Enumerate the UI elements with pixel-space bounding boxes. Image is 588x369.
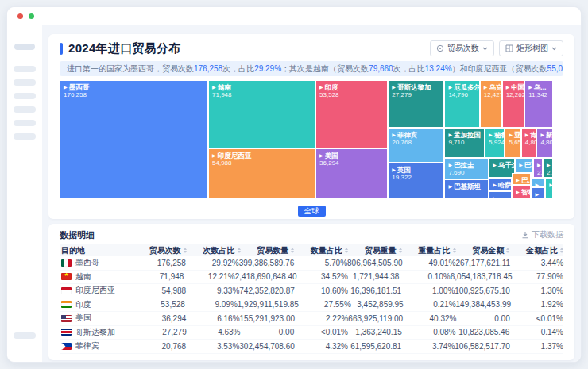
close-window-dot[interactable] [17,13,23,19]
destination-name: 菲律宾 [75,340,99,352]
treemap-cell-巴基斯坦[interactable]: ▶巴基斯坦 [444,179,489,200]
treemap-cell[interactable]: ▶ [531,187,545,199]
table-row-美国[interactable]: 美国36,2946.16%155,291,923.002.22%663,925,… [60,312,563,326]
sidebar-item[interactable] [14,93,36,99]
treemap-cell-乌干达[interactable]: ▶乌干达 [489,158,515,179]
table-value-cell: <0.01% [294,328,348,336]
summary-highlight-value: 29.29% [254,64,281,73]
treemap-cell-亚[interactable]: ▶亚5,650 [505,128,520,158]
treemap-cell-美国[interactable]: ▶美国36,294 [315,148,388,199]
treemap-cell-label: 乌... [534,83,547,91]
table-value-cell: 3,452,859.95 [351,300,404,309]
treemap-cell-菲律宾[interactable]: ▶菲律宾20,768 [388,128,444,163]
treemap-cell-乌克兰[interactable]: ▶乌克兰12,427 [480,80,502,128]
table-row-哥斯达黎加[interactable]: 哥斯达黎加27,2794.63%0.00<0.01%1,363,240.150.… [60,326,563,340]
column-header-贸易数量[interactable]: 贸易数量 [241,245,295,256]
treemap-cell-孟加拉国[interactable]: ▶孟加拉国9,710 [444,128,485,158]
sidebar-item[interactable] [14,133,36,140]
column-header-label: 重量占比 [419,245,451,256]
table-value-cell: 1.92% [511,300,563,309]
column-header-贸易次数[interactable]: 贸易次数 [133,245,187,256]
treemap-cell-巴...[interactable]: ▶巴... [512,173,531,185]
drilldown-arrow-icon: ▶ [528,85,532,90]
column-header-贸易金额[interactable]: 贸易金额 [456,245,510,256]
table-value-cell: 5.70% [294,259,347,267]
summary-plain-text: 次，占比 [222,64,254,73]
table-value-cell: 1.37% [510,342,563,351]
treemap-cell-越南[interactable]: ▶越南71,948 [208,80,315,148]
table-row-印度[interactable]: 印度53,5289.09%1,929,911,519.8527.55%3,452… [60,298,563,313]
table-value-cell: 34.52% [297,272,348,281]
country-flag-icon-vn [61,273,72,280]
chart-type-dropdown[interactable]: 矩形树图 [499,40,563,56]
table-value-cell: <0.01% [510,314,563,323]
table-value-cell: 0.14% [509,328,563,336]
drilldown-arrow-icon: ▶ [448,85,452,90]
treemap-cell[interactable]: ▶ [545,178,553,199]
treemap-cell-label: 厄瓜多尔 [454,83,480,91]
treemap-cell-南[interactable]: ▶南2,2 [543,158,553,179]
treemap-cell-value: 12,427 [484,91,498,99]
treemap-cell-label: 越南 [218,83,231,91]
treemap-cell-哥斯达黎加[interactable]: ▶哥斯达黎加27,279 [388,80,444,128]
treemap-cell-肯[interactable]: ▶肯4,806 [521,128,537,158]
treemap-cell-印度尼西亚[interactable]: ▶印度尼西亚54,988 [208,148,315,199]
treemap-cell-哈萨...[interactable]: ▶哈萨... [489,178,512,191]
treemap-cell-value: 27,279 [392,91,440,99]
treemap-cell-巴西[interactable]: ▶巴西 [515,158,533,174]
treemap-cell[interactable]: ▶ [531,178,545,187]
destination-name: 印度尼西亚 [75,285,115,296]
column-header-重量占比[interactable]: 重量占比 [402,245,456,256]
table-row-菲律宾[interactable]: 菲律宾20,7683.53%302,454,708.604.32%61,595,… [60,340,563,354]
column-header-次数占比[interactable]: 次数占比 [187,245,241,256]
drilldown-arrow-icon: ▶ [212,85,216,90]
treemap-cell-秘鲁[interactable]: ▶秘鲁5,924 [485,128,505,158]
treemap-cell-墨西哥[interactable]: ▶墨西哥176,258 [60,80,208,199]
treemap-breadcrumb-global[interactable]: 全球 [298,206,326,217]
country-flag-icon-id [61,287,72,294]
treemap-cell-value: 5,650 [509,139,516,147]
treemap-cell-新[interactable]: ▶新4,804 [536,128,553,158]
drilldown-arrow-icon: ▶ [537,163,541,167]
sidebar-item[interactable] [14,106,36,113]
sidebar-item[interactable] [14,66,36,72]
column-header-金额占比[interactable]: 金额占比 [509,245,563,256]
drilldown-arrow-icon: ▶ [212,153,216,158]
treemap-cell-label: 英国 [397,166,411,174]
table-value-cell: 6.16% [186,314,239,323]
treemap-cell[interactable]: ▶ [489,191,512,200]
download-data-button[interactable]: 下载数据 [521,229,563,240]
maximize-window-dot[interactable] [29,13,34,19]
column-header-数量占比[interactable]: 数量占比 [294,245,348,256]
column-header-贸易重量[interactable]: 贸易重量 [348,245,402,256]
sidebar-item[interactable] [14,120,36,126]
table-value-cell: 2.22% [295,314,348,323]
treemap-cell-印度[interactable]: ▶印度53,528 [315,80,388,148]
drilldown-arrow-icon: ▶ [540,133,544,137]
treemap-cell-value: 4,806 [525,139,533,147]
treemap-cell-智利[interactable]: ▶智利 [512,185,531,199]
drilldown-arrow-icon: ▶ [319,85,323,90]
table-row-印度尼西亚[interactable]: 印度尼西亚54,9889.33%742,352,820.8710.60%16,3… [60,284,563,298]
treemap-cell-中国[interactable]: ▶中国12,262 [502,80,525,128]
column-header-目的地: 目的地 [60,245,133,256]
destination-name: 印度 [75,299,91,310]
table-value-cell: 40.32% [403,314,456,323]
treemap-cell-厄瓜多尔[interactable]: ▶厄瓜多尔14,796 [444,80,479,128]
sidebar-item[interactable] [14,44,35,50]
table-row-墨西哥[interactable]: 墨西哥176,25829.92%399,386,589.765.70%806,9… [60,256,563,271]
treemap-cell[interactable]: ▶2,5 [533,158,543,179]
sidebar-item[interactable] [14,332,36,339]
treemap-cell-巴拉圭[interactable]: ▶巴拉圭7,690 [444,158,489,179]
country-flag-icon-us [61,315,72,322]
drilldown-arrow-icon: ▶ [525,133,529,137]
treemap-cell-英国[interactable]: ▶英国19,322 [388,163,444,199]
table-row-越南[interactable]: 越南71,94812.21%2,418,690,648.4034.52%1,72… [60,271,563,285]
treemap-cell-label: 秘鲁 [494,131,505,139]
treemap-cell-乌...[interactable]: ▶乌...11,342 [524,80,553,128]
drilldown-arrow-icon: ▶ [519,163,523,167]
window-titlebar [7,7,581,25]
sidebar-item[interactable] [14,79,36,86]
sort-icon[interactable] [560,248,563,253]
metric-dropdown[interactable]: 贸易次数 [430,40,494,56]
